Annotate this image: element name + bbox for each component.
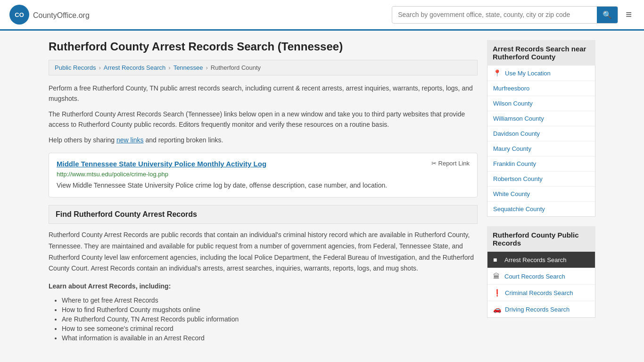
sidebar: Arrest Records Search near Rutherford Co… <box>487 40 595 344</box>
hamburger-menu-icon[interactable]: ≡ <box>623 6 635 24</box>
breadcrumb-public-records[interactable]: Public Records <box>55 64 96 71</box>
nearby-label: Williamson County <box>493 115 544 122</box>
nearby-link-5[interactable]: Maury County <box>487 141 595 156</box>
records-list-item: ❗Criminal Records Search <box>487 285 595 301</box>
intro-para-2: The Rutherford County Arrest Records Sea… <box>49 109 478 130</box>
link-card-header: Middle Tennessee State University Police… <box>57 160 470 168</box>
nearby-list-item: Robertson County <box>487 172 595 187</box>
intro-para-3-prefix: Help others by sharing <box>49 136 116 144</box>
nearby-list-item: White County <box>487 187 595 202</box>
search-bar: 🔍 <box>392 6 618 24</box>
records-link-1[interactable]: 🏛Court Records Search <box>487 268 595 284</box>
nearby-link-6[interactable]: Franklin County <box>487 156 595 171</box>
learn-list-item: What information is available in an Arre… <box>62 334 478 342</box>
nearby-link-0[interactable]: 📍Use My Location <box>487 66 595 81</box>
link-card-title[interactable]: Middle Tennessee State University Police… <box>57 160 266 168</box>
learn-list-item: Where to get free Arrest Records <box>62 296 478 304</box>
logo-text: CountyOffice.org <box>33 9 90 20</box>
records-label: Criminal Records Search <box>505 289 573 296</box>
nearby-label: Wilson County <box>493 100 533 107</box>
records-list-item: ■Arrest Records Search <box>487 252 595 268</box>
learn-list-item: How to find Rutherford County mugshots o… <box>62 306 478 313</box>
nearby-label: Murfreesboro <box>493 85 529 92</box>
records-list: ■Arrest Records Search🏛Court Records Sea… <box>487 252 595 318</box>
report-link-button[interactable]: ✂ Report Link <box>431 160 470 167</box>
breadcrumb-tennessee[interactable]: Tennessee <box>173 64 203 71</box>
nearby-label: Maury County <box>493 145 531 152</box>
nearby-label: Sequatchie County <box>493 206 545 213</box>
new-links-link[interactable]: new links <box>116 136 144 144</box>
records-label: Driving Records Search <box>505 306 570 313</box>
nearby-list-item: Sequatchie County <box>487 202 595 216</box>
nearby-link-1[interactable]: Murfreesboro <box>487 81 595 96</box>
records-icon-2: ❗ <box>493 289 501 296</box>
nearby-link-3[interactable]: Williamson County <box>487 111 595 126</box>
search-input[interactable] <box>392 7 597 22</box>
search-button[interactable]: 🔍 <box>597 7 618 23</box>
logo-icon: CO <box>9 5 29 25</box>
logo-brand: CountyOffice <box>33 11 76 19</box>
nearby-label: Use My Location <box>505 70 551 77</box>
nearby-link-4[interactable]: Davidson County <box>487 126 595 141</box>
nearby-list-item: Williamson County <box>487 111 595 126</box>
breadcrumb: Public Records › Arrest Records Search ›… <box>49 60 478 75</box>
intro-para-3-suffix: and reporting broken links. <box>144 136 223 144</box>
breadcrumb-sep-3: › <box>206 64 208 71</box>
nearby-link-9[interactable]: Sequatchie County <box>487 202 595 216</box>
learn-heading: Learn about Arrest Records, including: <box>49 281 478 291</box>
header: CO CountyOffice.org 🔍 ≡ <box>0 0 644 31</box>
link-card-desc: View Middle Tennessee State University P… <box>57 181 470 190</box>
intro-para-1: Perform a free Rutherford County, TN pub… <box>49 83 478 104</box>
learn-list-item: Are Rutherford County, TN Arrest Records… <box>62 315 478 323</box>
records-icon-3: 🚗 <box>493 305 501 313</box>
learn-list-item: How to see someone's criminal record <box>62 325 478 332</box>
nearby-list-item: 📍Use My Location <box>487 66 595 81</box>
nearby-label: White County <box>493 190 530 197</box>
report-link-icon: ✂ <box>431 160 437 167</box>
nearby-label: Robertson County <box>493 175 543 182</box>
link-card: Middle Tennessee State University Police… <box>49 153 478 197</box>
records-icon-1: 🏛 <box>493 272 501 280</box>
records-section-title: Rutherford County Public Records <box>487 226 595 252</box>
nearby-label: Davidson County <box>493 130 540 137</box>
nearby-list-item: Franklin County <box>487 156 595 172</box>
breadcrumb-sep-1: › <box>99 64 100 71</box>
records-list-item: 🏛Court Records Search <box>487 268 595 285</box>
breadcrumb-arrest-records[interactable]: Arrest Records Search <box>104 64 166 71</box>
nearby-list-item: Wilson County <box>487 96 595 111</box>
records-icon-0: ■ <box>493 256 501 263</box>
nearby-list-item: Murfreesboro <box>487 81 595 96</box>
records-link-3[interactable]: 🚗Driving Records Search <box>487 301 595 317</box>
nearby-link-2[interactable]: Wilson County <box>487 96 595 111</box>
records-link-0[interactable]: ■Arrest Records Search <box>487 252 595 268</box>
section-body: Rutherford County Arrest Records are pub… <box>49 230 478 274</box>
records-link-2[interactable]: ❗Criminal Records Search <box>487 285 595 301</box>
nearby-section-title: Arrest Records Search near Rutherford Co… <box>487 40 595 66</box>
header-right: 🔍 ≡ <box>392 6 635 24</box>
logo-suffix: .org <box>76 11 90 19</box>
nearby-list: 📍Use My LocationMurfreesboroWilson Count… <box>487 66 595 217</box>
breadcrumb-sep-2: › <box>168 64 170 71</box>
page-container: Rutherford County Arrest Records Search … <box>39 31 605 353</box>
learn-list: Where to get free Arrest RecordsHow to f… <box>49 296 478 342</box>
records-label: Arrest Records Search <box>504 256 567 263</box>
main-content: Rutherford County Arrest Records Search … <box>49 40 478 344</box>
svg-text:CO: CO <box>15 11 24 18</box>
nearby-link-8[interactable]: White County <box>487 187 595 201</box>
link-card-url: http://www.mtsu.edu/police/crime-log.php <box>57 171 470 178</box>
records-list-item: 🚗Driving Records Search <box>487 301 595 317</box>
section-header: Find Rutherford County Arrest Records <box>49 205 478 224</box>
page-title: Rutherford County Arrest Records Search … <box>49 40 478 53</box>
nearby-label: Franklin County <box>493 160 536 167</box>
logo-area: CO CountyOffice.org <box>9 5 90 25</box>
breadcrumb-current: Rutherford County <box>211 64 261 71</box>
records-label: Court Records Search <box>504 273 565 280</box>
nearby-list-item: Davidson County <box>487 126 595 141</box>
location-pin-icon: 📍 <box>493 69 501 77</box>
nearby-list-item: Maury County <box>487 141 595 156</box>
nearby-link-7[interactable]: Robertson County <box>487 172 595 186</box>
report-link-label: Report Link <box>438 160 470 167</box>
intro-para-3: Help others by sharing new links and rep… <box>49 135 478 145</box>
